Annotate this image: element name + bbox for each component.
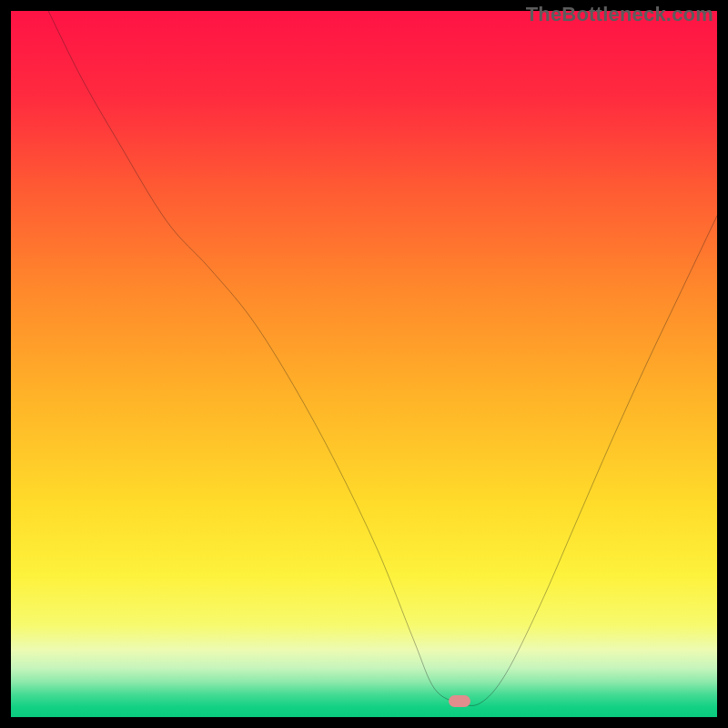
stage: TheBottleneck.com xyxy=(0,0,728,728)
plot-area xyxy=(11,11,717,717)
optimal-marker xyxy=(449,695,470,707)
watermark-label: TheBottleneck.com xyxy=(526,3,713,26)
bottleneck-curve xyxy=(11,11,717,717)
